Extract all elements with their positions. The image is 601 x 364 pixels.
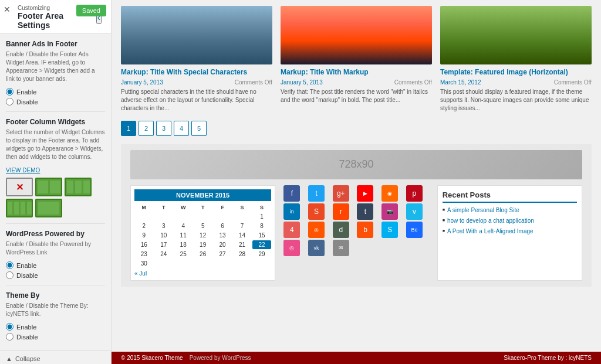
col-widget-4b[interactable] <box>35 199 62 217</box>
page-btn-3[interactable]: 3 <box>156 121 171 136</box>
view-demo-link[interactable]: VIEW DEMO <box>6 167 40 174</box>
cal-day-21: 21 <box>232 240 251 249</box>
banner-disable-label[interactable]: Disable <box>6 98 105 106</box>
theme-enable-label[interactable]: Enable <box>6 323 105 331</box>
footer-area: 728x90 NOVEMBER 2015 M T W T F S S <box>121 144 592 287</box>
social-facebook[interactable]: f <box>283 185 300 202</box>
cal-day-11: 11 <box>174 231 193 240</box>
post-meta-3: March 15, 2012 Comments Off <box>440 79 592 86</box>
social-vimeo[interactable]: v <box>406 203 423 220</box>
post-comments-1: Comments Off <box>235 79 272 86</box>
cal-day-20: 20 <box>213 240 232 249</box>
social-tumblr[interactable]: t <box>357 203 373 220</box>
post-title-1[interactable]: Markup: Title With Special Characters <box>121 68 272 77</box>
cal-header-t1: T <box>154 203 173 212</box>
post-title-2[interactable]: Markup: Title With Markup <box>281 68 432 77</box>
banner-enable-label[interactable]: Enable <box>6 88 105 96</box>
cal-day-13: 13 <box>213 231 232 240</box>
cal-day-25: 25 <box>174 250 193 258</box>
pagination: 1 2 3 4 5 <box>121 121 592 136</box>
cal-day-14: 14 <box>232 231 251 240</box>
wp-disable-label[interactable]: Disable <box>6 271 105 279</box>
powered-text[interactable]: Powered by WordPress <box>190 355 251 361</box>
footer-columns: NOVEMBER 2015 M T W T F S S <box>130 185 582 281</box>
cal-day-3: 3 <box>154 222 173 230</box>
social-email[interactable]: ✉ <box>333 240 349 256</box>
theme-by-title: Theme By <box>6 291 105 300</box>
post-card-2: Markup: Title With Markup January 5, 201… <box>281 6 432 113</box>
post-date-2: January 5, 2013 <box>281 79 323 86</box>
social-instagram[interactable]: 📷 <box>381 203 398 220</box>
cal-day-9: 9 <box>134 231 153 240</box>
close-button[interactable]: ✕ <box>4 5 11 14</box>
social-twitter[interactable]: t <box>308 185 325 202</box>
theme-disable-radio[interactable] <box>6 333 13 341</box>
footer-columns-desc: Select the number of Widget Columns to d… <box>6 128 105 161</box>
col-widget-4a[interactable] <box>6 199 33 217</box>
recent-post-1-text: A simple Personal Blog Site <box>447 206 519 214</box>
recent-post-3-text: A Post With a Left-Aligned Image <box>447 227 534 235</box>
social-soundcloud[interactable]: ◎ <box>308 222 325 238</box>
page-btn-4[interactable]: 4 <box>174 121 189 136</box>
col-widget-3[interactable] <box>65 178 92 196</box>
page-btn-5[interactable]: 5 <box>191 121 207 136</box>
theme-enable-radio[interactable] <box>6 323 13 331</box>
social-reddit[interactable]: r <box>333 203 349 220</box>
social-pinterest[interactable]: p <box>406 185 423 202</box>
cal-day-16: 16 <box>134 240 153 249</box>
cal-day-6: 6 <box>213 222 232 230</box>
social-youtube[interactable]: ▶ <box>357 185 373 202</box>
cal-day-7: 7 <box>232 222 251 230</box>
social-deviantart[interactable]: d <box>333 222 349 238</box>
social-skype[interactable]: S <box>381 222 398 238</box>
col-widget-1[interactable] <box>6 178 33 196</box>
wp-powered-title: WordPress Powered by <box>6 230 105 238</box>
post-meta-2: January 5, 2013 Comments Off <box>281 79 432 86</box>
post-excerpt-1: Putting special characters in the title … <box>121 88 272 113</box>
theme-enable-text: Enable <box>16 324 36 331</box>
social-vk[interactable]: vk <box>308 240 325 256</box>
cal-day-23: 23 <box>134 250 153 258</box>
social-rss[interactable]: ◉ <box>381 185 398 202</box>
collapse-button[interactable]: ▲ Collapse <box>0 350 111 364</box>
calendar-header: NOVEMBER 2015 <box>134 189 271 201</box>
left-panel: ✕ Customizing Footer Area Settings ‹ Sav… <box>0 0 112 364</box>
post-title-3[interactable]: Template: Featured Image (Horizontal) <box>440 68 592 77</box>
social-googleplus[interactable]: g+ <box>333 185 349 202</box>
page-btn-2[interactable]: 2 <box>139 121 154 136</box>
banner-enable-radio[interactable] <box>6 88 13 96</box>
cal-day-18: 18 <box>174 240 193 249</box>
recent-post-1[interactable]: A simple Personal Blog Site <box>443 206 577 214</box>
cal-day-29: 29 <box>252 250 271 258</box>
collapse-arrow-icon: ▲ <box>6 355 12 362</box>
wp-enable-label[interactable]: Enable <box>6 261 105 269</box>
banner-ads-title: Banner Ads in Footer <box>6 40 105 48</box>
cal-prev[interactable]: « Jul <box>134 270 147 277</box>
recent-post-3[interactable]: A Post With a Left-Aligned Image <box>443 227 577 235</box>
cal-header-s2: S <box>252 203 271 212</box>
wp-disable-radio[interactable] <box>6 271 13 279</box>
collapse-label: Collapse <box>15 355 40 362</box>
social-blogger[interactable]: b <box>357 222 373 238</box>
cal-day-10: 10 <box>154 231 173 240</box>
cal-day-19: 19 <box>193 240 212 249</box>
wp-enable-radio[interactable] <box>6 261 13 269</box>
social-linkedin[interactable]: in <box>283 203 300 220</box>
cal-day-empty-6 <box>232 212 251 221</box>
social-foursquare[interactable]: 4 <box>283 222 300 238</box>
banner-disable-radio[interactable] <box>6 98 13 106</box>
cal-day-12: 12 <box>193 231 212 240</box>
social-behance[interactable]: Be <box>406 222 423 238</box>
post-comments-2: Comments Off <box>394 79 432 86</box>
saved-button[interactable]: Saved <box>76 5 106 16</box>
recent-post-2[interactable]: how to develop a chat application <box>443 217 577 224</box>
post-card-3: Template: Featured Image (Horizontal) Ma… <box>440 6 592 113</box>
page-btn-1[interactable]: 1 <box>121 121 136 136</box>
post-date-1: January 5, 2013 <box>121 79 163 86</box>
wp-powered-group: Enable Disable <box>6 261 105 279</box>
social-stumbleupon[interactable]: S <box>308 203 325 220</box>
theme-disable-label[interactable]: Disable <box>6 333 105 341</box>
social-dribbble[interactable]: ◎ <box>283 240 300 256</box>
cal-nav: « Jul <box>134 270 271 277</box>
col-widget-2[interactable] <box>35 178 62 196</box>
